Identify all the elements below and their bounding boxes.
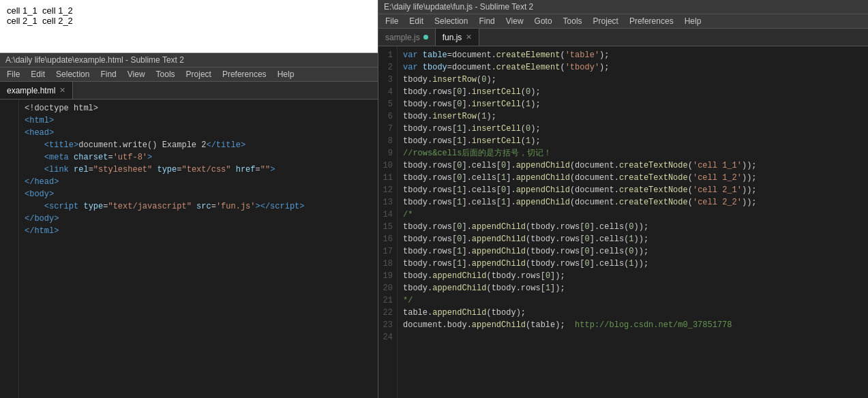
- left-menu-find[interactable]: Find: [99, 69, 117, 80]
- right-title-bar: E:\daily life\update\fun.js - Sublime Te…: [378, 0, 868, 14]
- left-menu-project[interactable]: Project: [185, 69, 213, 80]
- left-menu-help[interactable]: Help: [276, 69, 296, 80]
- left-editor: cell 1_1 cell 1_2 cell 2_1 cell 2_2 A:\d…: [0, 0, 378, 398]
- left-code-content: <!doctype html> <html> <head> <title>doc…: [19, 99, 378, 398]
- left-tab-example-html[interactable]: example.html ✕: [0, 82, 73, 99]
- left-menu-tools[interactable]: Tools: [155, 69, 177, 80]
- right-menu-tools[interactable]: Tools: [562, 16, 584, 27]
- preview-line-1: cell 1_1 cell 1_2: [7, 5, 371, 16]
- right-menu-edit[interactable]: Edit: [408, 16, 425, 27]
- left-title-bar: A:\daily life\update\example.html - Subl…: [0, 53, 378, 67]
- left-menu-edit[interactable]: Edit: [29, 69, 46, 80]
- right-menu-project[interactable]: Project: [592, 16, 620, 27]
- right-menu-help[interactable]: Help: [683, 16, 703, 27]
- preview-line-2: cell 2_1 cell 2_2: [7, 16, 371, 26]
- right-menu-goto[interactable]: Goto: [533, 16, 554, 27]
- right-line-numbers: 12345 678910 1112131415 1617181920 21222…: [378, 46, 398, 398]
- editors-container: cell 1_1 cell 1_2 cell 2_1 cell 2_2 A:\d…: [0, 0, 868, 398]
- right-menu-view[interactable]: View: [505, 16, 525, 27]
- right-menu-selection[interactable]: Selection: [433, 16, 469, 27]
- right-tab-fun-js[interactable]: fun.js ✕: [436, 29, 480, 46]
- right-menu-file[interactable]: File: [384, 16, 400, 27]
- left-line-numbers: [0, 99, 19, 398]
- right-editor: E:\daily life\update\fun.js - Sublime Te…: [378, 0, 868, 398]
- right-menu-bar: File Edit Selection Find View Goto Tools…: [378, 14, 868, 29]
- left-menu-preferences[interactable]: Preferences: [221, 69, 268, 80]
- left-menu-file[interactable]: File: [5, 69, 21, 80]
- right-menu-find[interactable]: Find: [477, 16, 496, 27]
- right-code-content: var table=document.createElement('table'…: [398, 46, 868, 398]
- left-menu-selection[interactable]: Selection: [55, 69, 91, 80]
- left-menu-view[interactable]: View: [126, 69, 147, 80]
- right-tab-sample-js[interactable]: sample.js: [378, 29, 436, 46]
- preview-pane: cell 1_1 cell 1_2 cell 2_1 cell 2_2: [0, 0, 378, 53]
- right-code-area[interactable]: 12345 678910 1112131415 1617181920 21222…: [378, 46, 868, 398]
- left-tab-bar: example.html ✕: [0, 82, 378, 99]
- left-menu-bar: File Edit Selection Find View Tools Proj…: [0, 67, 378, 82]
- left-tab-close[interactable]: ✕: [59, 86, 65, 95]
- right-menu-preferences[interactable]: Preferences: [628, 16, 675, 27]
- left-code-area[interactable]: <!doctype html> <html> <head> <title>doc…: [0, 99, 378, 398]
- right-tab-close[interactable]: ✕: [466, 33, 472, 42]
- right-tab-bar: sample.js fun.js ✕: [378, 29, 868, 46]
- unsaved-dot: [423, 35, 428, 40]
